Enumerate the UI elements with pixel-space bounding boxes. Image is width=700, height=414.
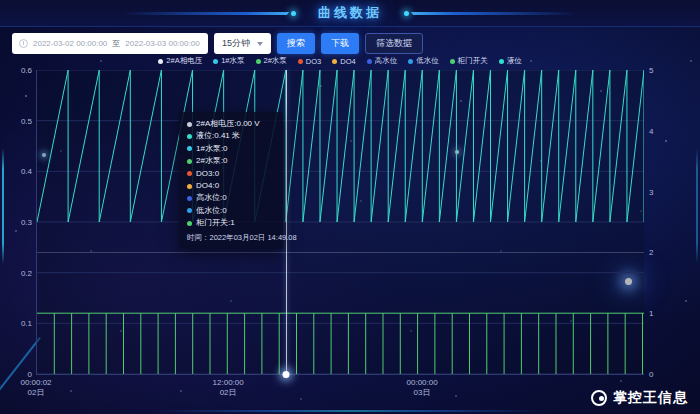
legend-item[interactable]: 液位 [499,56,522,66]
legend-label: DO4 [340,57,355,66]
interval-select[interactable]: 15分钟 [214,33,271,54]
interval-value: 15分钟 [222,37,250,50]
legend-dot-icon [367,59,372,64]
tooltip-row: 柜门开关:1 [187,217,275,229]
x-tick-label: 00:00:0202日 [20,378,51,399]
legend-item[interactable]: 1#水泵 [213,56,244,66]
series-dot-icon [187,184,192,189]
header-dot-icon [291,11,296,16]
y-tick-label: 0.5 [21,117,32,126]
legend-item[interactable]: 2#水泵 [256,56,287,66]
header-wing-left [122,12,289,15]
bottom-left-diagonal-accent [0,337,41,400]
legend-dot-icon [450,59,455,64]
legend-item[interactable]: 低水位 [408,56,439,66]
series-dot-icon [187,221,192,226]
crosshair-vertical [286,70,287,374]
x-tick-label: 12:00:0002日 [213,378,244,399]
tooltip-row: 高水位:0 [187,192,275,204]
legend-item[interactable]: 高水位 [367,56,398,66]
watermark: 掌控王信息 [591,389,688,407]
y-tick-label: 4 [649,127,653,136]
header: 曲线数据 [0,0,700,27]
header-wing-right [411,12,578,15]
y-tick-label: 0.6 [21,66,32,75]
watermark-logo-icon [591,390,607,406]
legend-dot-icon [298,59,303,64]
tooltip-items: 2#A相电压:0.00 V液位:0.41 米1#水泵:02#水泵:0DO3:0D… [187,118,275,230]
y-tick-label: 0 [649,370,653,379]
chart-plot[interactable]: 2#A相电压:0.00 V液位:0.41 米1#水泵:02#水泵:0DO3:0D… [36,70,644,375]
tooltip-row: 低水位:0 [187,205,275,217]
download-button[interactable]: 下载 [321,33,359,54]
legend-item[interactable]: 2#A相电压 [158,56,202,66]
clock-icon [19,39,28,48]
series-dot-icon [187,196,192,201]
series-dot-icon [187,171,192,176]
app-root: 曲线数据 2022-03-02 00:00:00 至 2022-03-03 00… [0,0,700,414]
tooltip-time: 时间：2022年03月02日 14:49.08 [187,233,275,243]
legend-label: 柜门开关 [458,56,488,66]
right-edge-accent [696,148,698,264]
legend-dot-icon [332,59,337,64]
legend-label: 高水位 [375,56,398,66]
series-dot-icon [187,159,192,164]
tooltip-row: 1#水泵:0 [187,143,275,155]
filter-data-button[interactable]: 筛选数据 [365,33,423,54]
series-dot-icon [187,208,192,213]
legend-label: 2#水泵 [264,56,287,66]
tooltip-row: DO4:0 [187,180,275,192]
tooltip-row: 2#A相电压:0.00 V [187,118,275,130]
tooltip-row: 2#水泵:0 [187,155,275,167]
legend-item[interactable]: 柜门开关 [450,56,488,66]
x-tick-label: 00:00:0003日 [407,378,438,399]
page-title: 曲线数据 [318,4,382,22]
y-tick-label: 3 [649,188,653,197]
chart-legend: 2#A相电压1#水泵2#水泵DO3DO4高水位低水位柜门开关液位 [36,56,644,66]
crosshair-horizontal [37,252,644,253]
legend-dot-icon [213,59,218,64]
y-axis-left: 0.60.50.40.30.20.10 [6,66,32,379]
legend-label: 液位 [507,56,522,66]
legend-dot-icon [256,59,261,64]
y-tick-label: 2 [649,248,653,257]
y-tick-label: 0.1 [21,319,32,328]
toolbar: 2022-03-02 00:00:00 至 2022-03-03 00:00:0… [12,33,423,54]
legend-dot-icon [158,59,163,64]
legend-item[interactable]: DO4 [332,57,355,66]
date-separator: 至 [112,38,120,49]
series-dot-icon [187,134,192,139]
search-button[interactable]: 搜索 [277,33,315,54]
y-tick-label: 5 [649,66,653,75]
y-tick-label: 1 [649,309,653,318]
legend-dot-icon [499,59,504,64]
chart-tooltip: 2#A相电压:0.00 V液位:0.41 米1#水泵:02#水泵:0DO3:0D… [179,112,283,249]
series-dot-icon [187,146,192,151]
header-dot-icon [404,11,409,16]
crosshair-dot [282,371,289,378]
y-axis-right: 543210 [649,66,675,379]
legend-dot-icon [408,59,413,64]
tooltip-row: 液位:0.41 米 [187,130,275,142]
legend-label: 低水位 [416,56,439,66]
legend-item[interactable]: DO3 [298,57,321,66]
bottom-edge-accent [154,410,546,412]
date-range-input[interactable]: 2022-03-02 00:00:00 至 2022-03-03 00:00:0… [12,33,208,54]
y-tick-label: 0.2 [21,269,32,278]
legend-label: DO3 [306,57,321,66]
legend-label: 1#水泵 [221,56,244,66]
date-start-value: 2022-03-02 00:00:00 [33,39,107,48]
chart-canvas [37,70,644,374]
legend-label: 2#A相电压 [166,56,202,66]
date-end-value: 2022-03-03 00:00:00 [125,39,199,48]
tooltip-row: DO3:0 [187,168,275,180]
chevron-down-icon [257,42,263,46]
y-tick-label: 0 [28,370,32,379]
y-tick-label: 0.4 [21,167,32,176]
y-tick-label: 0.3 [21,218,32,227]
watermark-text: 掌控王信息 [613,389,688,407]
left-edge-accent [2,148,4,264]
series-dot-icon [187,122,192,127]
